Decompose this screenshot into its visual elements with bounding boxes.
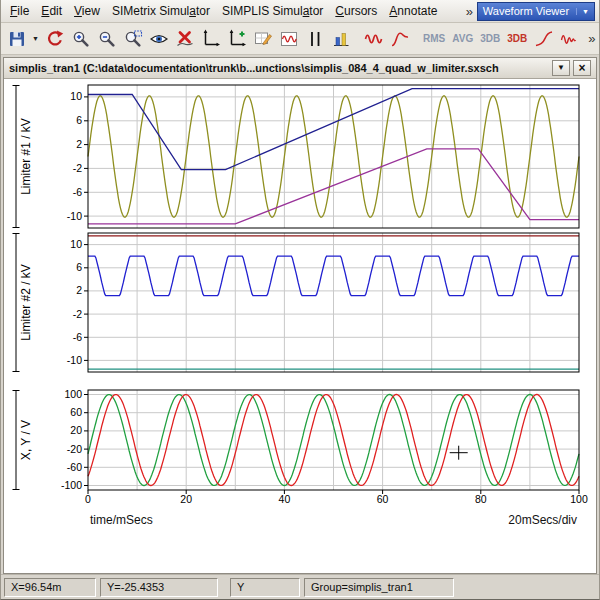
status-group-indicator: Group=simplis_tran1 (304, 578, 454, 597)
document-title-bar: simplis_tran1 (C:\data\documentation\tru… (4, 58, 596, 79)
y-tick-label: 10 (70, 90, 82, 102)
damped-curve-button[interactable] (557, 26, 582, 51)
status-x-readout: X=96.54m (4, 578, 96, 597)
toolbar-buttons: ▼RMSAVG3DB3DB (4, 26, 582, 51)
db3-b-button[interactable]: 3DB (504, 28, 530, 49)
zoom-area-button[interactable] (120, 26, 145, 51)
menu-overflow-chevron[interactable]: » (462, 4, 477, 19)
avg-button[interactable]: AVG (449, 28, 476, 49)
menu-simetrix-simulator[interactable]: SIMetrix Simulator (106, 2, 216, 20)
edit-graph-icon (253, 29, 273, 49)
save-icon (7, 29, 27, 49)
y-tick-label: -2 (73, 162, 82, 174)
db3-a-button[interactable]: 3DB (477, 28, 503, 49)
plot-region: 1062-2-6-10Limiter #1 / kV1062-2-6-10Lim… (4, 79, 596, 573)
save-button[interactable] (4, 26, 29, 51)
stacked-graph-button[interactable] (328, 26, 353, 51)
y-tick-label: -60 (67, 461, 82, 473)
plot-1[interactable]: 1062-2-6-10Limiter #2 / kV (13, 233, 580, 372)
view-button[interactable] (146, 26, 171, 51)
curve2-icon (534, 29, 554, 49)
viewer-select[interactable]: Waveform Viewer ▼ (477, 2, 595, 21)
delete-icon (175, 29, 195, 49)
y-tick-label: 2 (76, 138, 82, 150)
waveform-viewer-window: FileEditViewSIMetrix SimulatorSIMPLIS Si… (0, 0, 600, 600)
document-close-button[interactable]: × (573, 60, 591, 76)
document-menu-button[interactable]: ▼ (552, 60, 570, 76)
delete-curve-button[interactable] (172, 26, 197, 51)
add-axis-button[interactable] (224, 26, 249, 51)
menu-bar: FileEditViewSIMetrix SimulatorSIMPLIS Si… (1, 0, 599, 23)
status-bar: X=96.54mY=-25.4353YGroup=simplis_tran1 (1, 574, 599, 599)
x-tick-label: 20 (180, 493, 192, 505)
curve-icon (390, 29, 410, 49)
menu-view[interactable]: View (68, 2, 106, 20)
y-tick-label: 6 (76, 261, 82, 273)
y-tick-label: 60 (70, 406, 82, 418)
menu-items: FileEditViewSIMetrix SimulatorSIMPLIS Si… (4, 2, 443, 20)
sine-icon (364, 29, 384, 49)
y-tick-label: -20 (67, 443, 82, 455)
toolbar: ▼RMSAVG3DB3DB » (1, 23, 599, 55)
stacked-icon (331, 29, 351, 49)
toolbar-overflow-chevron[interactable]: » (584, 31, 599, 46)
y-tick-label: -6 (73, 186, 82, 198)
menu-cursors[interactable]: Cursors (329, 2, 383, 20)
y-tick-label: -6 (73, 331, 82, 343)
zoom-area-icon (123, 29, 143, 49)
viewer-select-label: Waveform Viewer (483, 5, 569, 17)
rerun-simulation-button[interactable] (42, 26, 67, 51)
y-tick-label: 100 (64, 388, 82, 400)
x-tick-label: 100 (570, 493, 588, 505)
y-axis-title: Limiter #2 / kV (19, 264, 33, 341)
x-tick-label: 60 (377, 493, 389, 505)
waveform-icon (279, 29, 299, 49)
menu-simplis-simulator[interactable]: SIMPLIS Simulator (216, 2, 329, 20)
add-waveform-button[interactable] (276, 26, 301, 51)
zoom-in-icon (71, 29, 91, 49)
axes-button[interactable] (198, 26, 223, 51)
axes-icon (201, 29, 221, 49)
rms-button[interactable]: RMS (420, 28, 448, 49)
per-div-label: 20mSecs/div (508, 513, 577, 527)
y-tick-label: 10 (70, 238, 82, 250)
y-tick-label: -100 (61, 479, 82, 491)
cursors-toggle-button[interactable] (302, 26, 327, 51)
status-y-readout: Y=-25.4353 (100, 578, 218, 597)
viewer-select-arrow-icon: ▼ (576, 8, 589, 15)
graph-document-window: simplis_tran1 (C:\data\documentation\tru… (3, 57, 597, 574)
gain-curve-button[interactable] (531, 26, 556, 51)
y-tick-label: 20 (70, 424, 82, 436)
sine-probe-button[interactable] (361, 26, 386, 51)
y-tick-label: -2 (73, 308, 82, 320)
menu-file[interactable]: File (4, 2, 35, 20)
zoom-out-button[interactable] (94, 26, 119, 51)
y-axis-title: X, Y / V (19, 420, 33, 460)
x-tick-label: 0 (85, 493, 91, 505)
add-axis-icon (227, 29, 247, 49)
y-axis-title: Limiter #1 / kV (19, 118, 33, 195)
y-tick-label: -10 (67, 354, 82, 366)
x-axis-title-label: time/mSecs (90, 513, 153, 527)
edit-graph-button[interactable] (250, 26, 275, 51)
zoom-in-button[interactable] (68, 26, 93, 51)
plots-canvas[interactable]: 1062-2-6-10Limiter #1 / kV1062-2-6-10Lim… (4, 79, 598, 574)
status-y-axis-indicator: Y (230, 578, 300, 597)
menu-annotate[interactable]: Annotate (383, 2, 443, 20)
plot-2[interactable]: 1006020-20-60-100X, Y / V020406080100 (13, 388, 588, 505)
y-tick-label: 6 (76, 114, 82, 126)
menu-edit[interactable]: Edit (35, 2, 68, 20)
x-tick-label: 80 (475, 493, 487, 505)
zoom-out-icon (97, 29, 117, 49)
save-dropdown-arrow[interactable]: ▼ (30, 26, 41, 51)
undo-icon (45, 29, 65, 49)
eye-icon (149, 29, 169, 49)
curve3-icon (560, 29, 580, 49)
y-tick-label: -10 (67, 210, 82, 222)
plots-canvas-wrap[interactable]: 1062-2-6-10Limiter #1 / kV1062-2-6-10Lim… (4, 79, 596, 573)
plot-0[interactable]: 1062-2-6-10Limiter #1 / kV (13, 85, 580, 228)
document-title: simplis_tran1 (C:\data\documentation\tru… (9, 62, 549, 74)
step-response-button[interactable] (387, 26, 412, 51)
cursors-icon (305, 29, 325, 49)
x-tick-label: 40 (279, 493, 291, 505)
